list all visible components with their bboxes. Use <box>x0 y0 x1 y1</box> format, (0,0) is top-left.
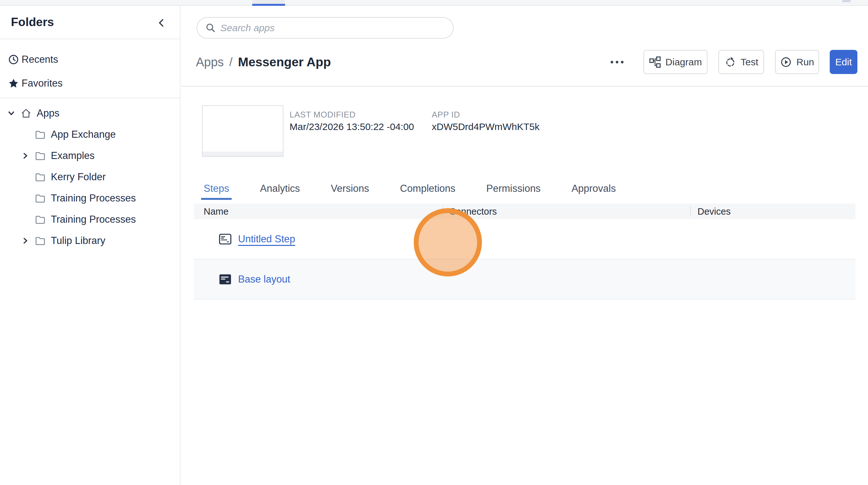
sidebar-item-label: Recents <box>22 54 58 65</box>
sidebar-item-label: Favorites <box>22 78 62 89</box>
tab-permissions[interactable]: Permissions <box>484 179 544 200</box>
app-thumbnail[interactable] <box>202 105 283 157</box>
folder-icon <box>34 171 46 183</box>
sidebar-header: Folders <box>0 6 180 39</box>
detail-tabs: Steps Analytics Versions Completions Per… <box>201 179 618 200</box>
diagram-button-label: Diagram <box>665 57 702 68</box>
search-icon <box>205 22 217 34</box>
last-modified-value: Mar/23/2026 13:50:22 -04:00 <box>289 121 414 132</box>
chevron-down-icon[interactable] <box>6 109 16 118</box>
folder-icon <box>34 150 46 161</box>
sidebar-item-label: Examples <box>51 150 95 161</box>
column-header-connectors: Connectors <box>449 206 497 217</box>
sidebar-item-examples[interactable]: Examples <box>0 145 180 166</box>
breadcrumb: Apps / Messenger App <box>196 52 331 73</box>
star-icon <box>7 77 20 89</box>
sidebar-item-training-processes-1[interactable]: Training Processes <box>0 188 180 209</box>
sidebar-item-apps[interactable]: Apps <box>0 103 180 124</box>
breadcrumb-apps-link[interactable]: Apps <box>196 55 224 69</box>
step-outline-icon <box>219 233 231 245</box>
sidebar-item-label: App Exchange <box>51 129 116 140</box>
chevron-right-icon[interactable] <box>21 151 30 160</box>
sidebar-title: Folders <box>11 16 54 29</box>
folder-icon <box>34 214 46 225</box>
main-content: Apps / Messenger App Diagram Test <box>181 6 868 485</box>
app-id-label: APP ID <box>432 110 460 120</box>
search-box <box>196 17 454 39</box>
step-filled-icon <box>219 274 231 285</box>
clock-icon <box>7 54 20 66</box>
toolbar: Diagram Test Run Edit <box>608 50 857 74</box>
run-button[interactable]: Run <box>775 50 819 74</box>
folder-tree: Apps App Exchange Examples <box>0 103 180 251</box>
folder-icon <box>34 235 46 246</box>
edit-button[interactable]: Edit <box>830 50 857 74</box>
run-icon <box>780 56 792 68</box>
table-row[interactable]: Untitled Step <box>194 219 856 260</box>
tab-versions[interactable]: Versions <box>328 179 372 200</box>
edit-button-label: Edit <box>835 57 852 68</box>
top-chrome-strip <box>0 0 868 6</box>
more-actions-button[interactable] <box>608 58 627 67</box>
sidebar-item-app-exchange[interactable]: App Exchange <box>0 124 180 145</box>
top-chrome-fragment <box>842 0 850 2</box>
steps-table: Name Connectors Devices Untitled Step Ba… <box>194 204 856 300</box>
folders-sidebar: Folders Recents Favorites <box>0 6 181 485</box>
column-separator <box>690 206 691 217</box>
collapse-sidebar-icon[interactable] <box>156 18 167 28</box>
sidebar-item-label: Training Processes <box>51 192 136 204</box>
column-separator <box>443 206 443 217</box>
folder-icon <box>34 192 46 204</box>
tab-analytics[interactable]: Analytics <box>257 179 302 200</box>
tab-approvals[interactable]: Approvals <box>569 179 618 200</box>
step-link-untitled-step[interactable]: Untitled Step <box>238 233 295 245</box>
table-header: Name Connectors Devices <box>194 204 856 219</box>
column-header-name: Name <box>194 206 228 217</box>
test-button[interactable]: Test <box>718 50 764 74</box>
header-divider <box>181 86 868 87</box>
folder-icon <box>34 129 46 140</box>
app-thumbnail-footer <box>203 152 283 156</box>
test-icon <box>724 56 736 68</box>
sidebar-divider <box>0 97 180 98</box>
diagram-button[interactable]: Diagram <box>644 50 708 74</box>
app-id-value: xDW5Drd4PWmWhKT5k <box>432 121 539 132</box>
sidebar-item-kerry-folder[interactable]: Kerry Folder <box>0 166 180 188</box>
table-row[interactable]: Base layout <box>194 260 856 300</box>
sidebar-item-training-processes-2[interactable]: Training Processes <box>0 209 180 230</box>
page-title: Messenger App <box>238 55 331 69</box>
breadcrumb-separator: / <box>229 55 232 69</box>
sidebar-item-label: Training Processes <box>51 214 136 225</box>
diagram-icon <box>649 56 661 68</box>
sidebar-item-label: Kerry Folder <box>51 171 106 183</box>
column-header-devices: Devices <box>698 206 731 217</box>
tab-steps[interactable]: Steps <box>201 179 231 200</box>
sidebar-item-recents[interactable]: Recents <box>0 50 180 69</box>
sidebar-item-label: Tulip Library <box>51 235 105 246</box>
last-modified-label: LAST MODIFIED <box>289 110 355 120</box>
search-input[interactable] <box>220 23 446 33</box>
run-button-label: Run <box>796 57 814 68</box>
tab-completions[interactable]: Completions <box>397 179 458 200</box>
sidebar-item-tulip-library[interactable]: Tulip Library <box>0 230 180 251</box>
test-button-label: Test <box>741 57 758 68</box>
chevron-right-icon[interactable] <box>21 236 30 246</box>
sidebar-item-favorites[interactable]: Favorites <box>0 73 180 93</box>
step-link-base-layout[interactable]: Base layout <box>238 274 290 285</box>
home-icon <box>20 108 32 119</box>
sidebar-item-label: Apps <box>37 108 60 119</box>
app-window: Folders Recents Favorites <box>0 0 868 485</box>
